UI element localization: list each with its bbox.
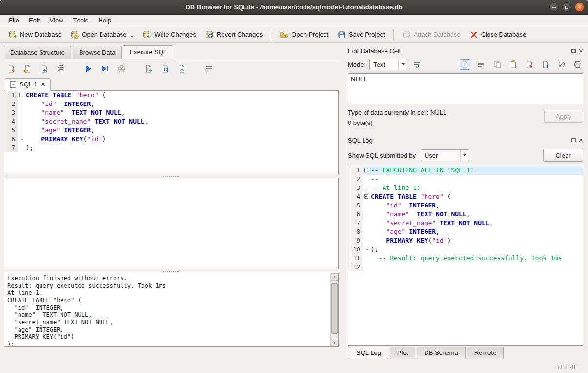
print-button[interactable]	[572, 59, 583, 70]
cell-editor[interactable]: NULL	[348, 73, 583, 104]
menu-file[interactable]: File	[4, 15, 24, 26]
code-line: 7);	[4, 144, 338, 152]
write-changes-button[interactable]: Write Changes	[138, 28, 201, 41]
save-project-button[interactable]: Save Project	[333, 28, 389, 41]
minimize-button[interactable]	[549, 2, 559, 12]
code-line: 4 "secret_name" TEXT NOT NULL,	[4, 117, 338, 126]
code-text: "secret_name" TEXT NOT NULL,	[370, 219, 583, 228]
scroll-up-icon[interactable]: ▲	[331, 273, 338, 281]
revert-changes-button[interactable]: Revert Changes	[201, 28, 267, 41]
new-tab-button[interactable]	[6, 63, 17, 74]
wrap-lines-button[interactable]	[204, 63, 215, 74]
execution-log-text[interactable]: Execution finished without errors. Resul…	[4, 273, 330, 346]
new-database-button[interactable]: New Database	[4, 28, 66, 41]
fold-margin	[363, 201, 370, 210]
close-dock-icon[interactable]: ✕	[579, 138, 583, 143]
clear-button[interactable]: Clear	[543, 149, 583, 162]
execute-line-button[interactable]	[100, 63, 110, 74]
sql-log-header: SQL Log ✕	[348, 135, 583, 145]
code-text: -- Result: query executed successfully. …	[370, 254, 583, 263]
scrollbar-thumb[interactable]	[331, 283, 338, 334]
print-button[interactable]	[56, 63, 66, 74]
scrollbar[interactable]: ▲ ▼	[330, 273, 338, 346]
float-dock-icon[interactable]	[571, 138, 576, 142]
splitter-handle[interactable]	[3, 269, 340, 273]
close-button[interactable]: ✕	[575, 2, 584, 12]
fold-margin[interactable]	[363, 166, 370, 175]
window-title: DB Browser for SQLite - /home/user/code/…	[185, 3, 402, 11]
save-sql-button[interactable]	[39, 63, 50, 74]
tab-database-structure[interactable]: Database Structure	[4, 46, 71, 59]
fold-margin[interactable]	[363, 192, 370, 201]
line-number: 10	[348, 245, 363, 254]
menu-view[interactable]: View	[44, 15, 68, 26]
menu-tools[interactable]: Tools	[68, 15, 94, 26]
open-project-button[interactable]: Open Project	[275, 28, 333, 41]
revert-changes-icon	[205, 30, 214, 39]
fold-margin	[18, 144, 25, 152]
line-number: 7	[348, 219, 363, 228]
sql-editor[interactable]: 1CREATE TABLE "hero" (2 "id" INTEGER,3 "…	[4, 90, 339, 174]
code-text: "age" INTEGER,	[370, 228, 583, 236]
submitter-select[interactable]: User	[421, 149, 469, 161]
code-text: );	[25, 144, 338, 152]
code-line: 1-- EXECUTING ALL IN 'SQL 1'	[348, 166, 583, 175]
title-bar[interactable]: DB Browser for SQLite - /home/user/code/…	[0, 0, 588, 15]
menu-help[interactable]: Help	[93, 15, 116, 26]
mode-select[interactable]: Text	[369, 59, 407, 70]
scrollbar-track[interactable]	[331, 281, 338, 339]
open-database-button[interactable]: Open Database	[66, 28, 138, 41]
dropdown-caret[interactable]	[131, 36, 134, 38]
sql-log-view[interactable]: 1-- EXECUTING ALL IN 'SQL 1'2--3-- At li…	[348, 166, 583, 346]
export-button[interactable]	[143, 63, 154, 74]
fold-toggle-icon[interactable]	[19, 93, 23, 97]
paste-button[interactable]	[508, 59, 519, 70]
splitter-handle[interactable]	[3, 174, 340, 178]
bottom-tab-bar: SQL LogPlotDB SchemaRemote	[348, 346, 583, 360]
fold-toggle-icon[interactable]	[364, 194, 368, 199]
tab-browse-data[interactable]: Browse Data	[73, 46, 122, 59]
sql-doc-tab[interactable]: SQL 1 ✕	[5, 78, 51, 91]
execute-line-icon	[101, 64, 109, 73]
edit-cell-title: Edit Database Cell	[348, 47, 571, 55]
close-dock-icon[interactable]: ✕	[579, 48, 583, 54]
bottom-tab-remote[interactable]: Remote	[467, 347, 504, 359]
word-wrap-button[interactable]	[411, 59, 422, 70]
svg-text:ab: ab	[180, 68, 184, 72]
new-tab-icon	[7, 64, 16, 73]
text-view-button[interactable]	[460, 59, 470, 70]
fold-margin	[18, 126, 25, 135]
open-sql-button[interactable]	[22, 63, 33, 74]
replace-icon: ab	[178, 64, 186, 73]
export-cell-button[interactable]	[540, 59, 551, 70]
close-database-button[interactable]: Close Database	[465, 28, 531, 41]
encoding-indicator[interactable]: UTF-8	[557, 363, 575, 371]
menu-edit[interactable]: Edit	[24, 15, 44, 26]
open-sql-icon	[23, 64, 32, 73]
edit-cell-header: Edit Database Cell ✕	[348, 46, 583, 56]
copy-button[interactable]	[492, 59, 503, 70]
set-null-button[interactable]	[556, 59, 567, 70]
bottom-tab-db-schema[interactable]: DB Schema	[417, 347, 465, 359]
import-button[interactable]	[524, 59, 535, 70]
line-number: 4	[348, 192, 363, 201]
maximize-button[interactable]	[562, 2, 571, 12]
tab-execute-sql[interactable]: Execute SQL	[123, 45, 173, 59]
fold-margin[interactable]	[18, 91, 25, 100]
find-button[interactable]	[160, 63, 171, 74]
bottom-tab-plot[interactable]: Plot	[390, 347, 415, 359]
tab-close-icon[interactable]: ✕	[41, 82, 45, 87]
copy-icon	[493, 60, 502, 69]
code-text: PRIMARY KEY("id")	[25, 135, 338, 144]
export-icon	[144, 64, 153, 73]
fold-margin	[18, 135, 25, 144]
sql-doc-tab-label: SQL 1	[20, 81, 37, 88]
scroll-down-icon[interactable]: ▼	[331, 339, 338, 346]
bottom-tab-sql-log[interactable]: SQL Log	[349, 347, 388, 359]
replace-button[interactable]: ab	[177, 63, 187, 74]
execute-all-button[interactable]	[83, 63, 94, 74]
fold-toggle-icon[interactable]	[364, 168, 368, 172]
query-results-grid[interactable]	[4, 178, 339, 269]
justify-button[interactable]	[476, 59, 487, 70]
float-dock-icon[interactable]	[571, 49, 576, 53]
